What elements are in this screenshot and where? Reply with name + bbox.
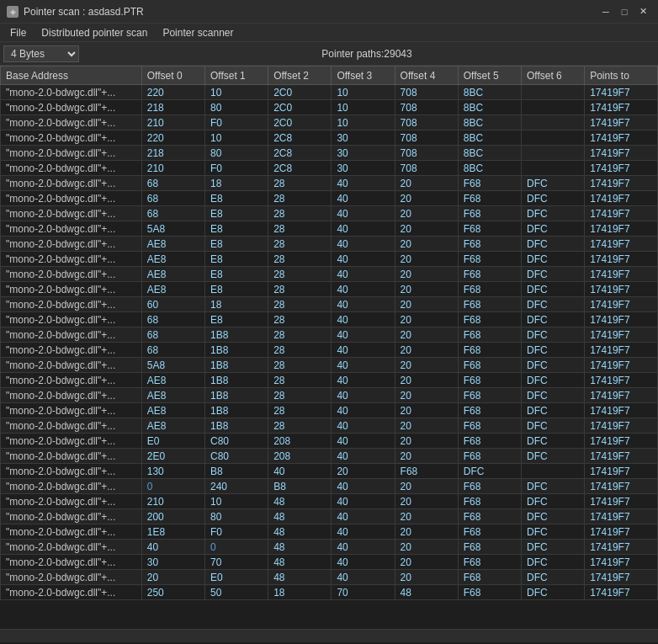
cell-r7-c6: F68 xyxy=(458,191,521,206)
table-row[interactable]: "mono-2.0-bdwgc.dll"+...68E8284020F68DFC… xyxy=(1,312,658,327)
table-row[interactable]: "mono-2.0-bdwgc.dll"+...AE81B8284020F68D… xyxy=(1,418,658,434)
table-row[interactable]: "mono-2.0-bdwgc.dll"+...20E0484020F68DFC… xyxy=(1,570,658,585)
table-row[interactable]: "mono-2.0-bdwgc.dll"+...6818284020F68DFC… xyxy=(1,176,658,191)
table-row[interactable]: "mono-2.0-bdwgc.dll"+...E0C802084020F68D… xyxy=(1,434,658,449)
table-row[interactable]: "mono-2.0-bdwgc.dll"+...218802C8307088BC… xyxy=(1,146,658,161)
column-header-offset-1[interactable]: Offset 1 xyxy=(204,67,268,85)
table-row[interactable]: "mono-2.0-bdwgc.dll"+...5A81B8284020F68D… xyxy=(1,358,658,373)
table-row[interactable]: "mono-2.0-bdwgc.dll"+...AE8E8284020F68DF… xyxy=(1,282,658,297)
table-row[interactable]: "mono-2.0-bdwgc.dll"+...AE81B8284020F68D… xyxy=(1,373,658,388)
close-button[interactable]: ✕ xyxy=(634,4,651,19)
table-row[interactable]: "mono-2.0-bdwgc.dll"+...25050187048F68DF… xyxy=(1,585,658,600)
cell-r17-c4: 40 xyxy=(332,343,395,358)
column-header-points-to[interactable]: Points to xyxy=(585,67,658,85)
cell-r3-c0: "mono-2.0-bdwgc.dll"+... xyxy=(1,130,142,146)
column-header-offset-4[interactable]: Offset 4 xyxy=(395,67,458,85)
table-row[interactable]: "mono-2.0-bdwgc.dll"+...220102C0107088BC… xyxy=(1,85,658,100)
menu-bar: File Distributed pointer scan Pointer sc… xyxy=(0,24,658,42)
cell-r7-c4: 40 xyxy=(332,191,395,206)
table-row[interactable]: "mono-2.0-bdwgc.dll"+...AE81B8284020F68D… xyxy=(1,388,658,403)
cell-r12-c1: AE8 xyxy=(141,267,204,282)
scrollbar-area[interactable] xyxy=(0,629,658,642)
table-row[interactable]: "mono-2.0-bdwgc.dll"+...681B8284020F68DF… xyxy=(1,327,658,343)
cell-r18-c6: F68 xyxy=(458,358,521,373)
table-row[interactable]: "mono-2.0-bdwgc.dll"+...68E8284020F68DFC… xyxy=(1,206,658,221)
table-row[interactable]: "mono-2.0-bdwgc.dll"+...68E8284020F68DFC… xyxy=(1,191,658,206)
cell-r12-c4: 40 xyxy=(332,267,395,282)
cell-r2-c6: 8BC xyxy=(458,115,521,130)
table-row[interactable]: "mono-2.0-bdwgc.dll"+...2E0C802084020F68… xyxy=(1,449,658,464)
table-row[interactable]: "mono-2.0-bdwgc.dll"+...130B84020F68DFC1… xyxy=(1,464,658,479)
cell-r31-c5: 20 xyxy=(395,555,458,570)
menu-distributed[interactable]: Distributed pointer scan xyxy=(34,25,154,40)
table-row[interactable]: "mono-2.0-bdwgc.dll"+...681B8284020F68DF… xyxy=(1,343,658,358)
cell-r27-c2: 10 xyxy=(204,494,268,509)
cell-r14-c5: 20 xyxy=(395,297,458,312)
cell-r31-c3: 48 xyxy=(268,555,332,570)
cell-r28-c5: 20 xyxy=(395,509,458,524)
table-row[interactable]: "mono-2.0-bdwgc.dll"+...AE81B8284020F68D… xyxy=(1,403,658,418)
size-dropdown[interactable]: 4 Bytes xyxy=(3,45,79,62)
cell-r1-c0: "mono-2.0-bdwgc.dll"+... xyxy=(1,100,142,115)
cell-r21-c0: "mono-2.0-bdwgc.dll"+... xyxy=(1,403,142,418)
cell-r16-c8: 17419F7 xyxy=(585,327,658,343)
menu-file[interactable]: File xyxy=(3,25,33,40)
column-header-base-address[interactable]: Base Address xyxy=(1,67,142,85)
cell-r29-c1: 1E8 xyxy=(141,524,204,540)
table-row[interactable]: "mono-2.0-bdwgc.dll"+...0240B84020F68DFC… xyxy=(1,479,658,494)
cell-r4-c6: 8BC xyxy=(458,146,521,161)
cell-r13-c4: 40 xyxy=(332,282,395,297)
table-row[interactable]: "mono-2.0-bdwgc.dll"+...21010484020F68DF… xyxy=(1,494,658,509)
table-row[interactable]: "mono-2.0-bdwgc.dll"+...AE8E8284020F68DF… xyxy=(1,252,658,267)
cell-r29-c5: 20 xyxy=(395,524,458,540)
menu-pointer-scanner[interactable]: Pointer scanner xyxy=(156,25,240,40)
cell-r2-c1: 210 xyxy=(141,115,204,130)
column-header-offset-2[interactable]: Offset 2 xyxy=(268,67,332,85)
cell-r30-c2: 0 xyxy=(204,540,268,555)
cell-r20-c3: 28 xyxy=(268,388,332,403)
table-row[interactable]: "mono-2.0-bdwgc.dll"+...6018284020F68DFC… xyxy=(1,297,658,312)
cell-r6-c6: F68 xyxy=(458,176,521,191)
table-row[interactable]: "mono-2.0-bdwgc.dll"+...210F02C0107088BC… xyxy=(1,115,658,130)
cell-r25-c3: 40 xyxy=(268,464,332,479)
table-row[interactable]: "mono-2.0-bdwgc.dll"+...218802C0107088BC… xyxy=(1,100,658,115)
cell-r7-c5: 20 xyxy=(395,191,458,206)
table-row[interactable]: "mono-2.0-bdwgc.dll"+...210F02C8307088BC… xyxy=(1,161,658,176)
table-row[interactable]: "mono-2.0-bdwgc.dll"+...3070484020F68DFC… xyxy=(1,555,658,570)
cell-r33-c5: 48 xyxy=(395,585,458,600)
table-row[interactable]: "mono-2.0-bdwgc.dll"+...5A8E8284020F68DF… xyxy=(1,221,658,237)
cell-r26-c3: B8 xyxy=(268,479,332,494)
table-row[interactable]: "mono-2.0-bdwgc.dll"+...AE8E8284020F68DF… xyxy=(1,267,658,282)
cell-r19-c5: 20 xyxy=(395,373,458,388)
column-header-offset-0[interactable]: Offset 0 xyxy=(141,67,204,85)
maximize-button[interactable]: □ xyxy=(616,4,633,19)
column-header-offset-6[interactable]: Offset 6 xyxy=(521,67,584,85)
table-row[interactable]: "mono-2.0-bdwgc.dll"+...400484020F68DFC1… xyxy=(1,540,658,555)
table-row[interactable]: "mono-2.0-bdwgc.dll"+...20080484020F68DF… xyxy=(1,509,658,524)
cell-r4-c8: 17419F7 xyxy=(585,146,658,161)
cell-r7-c7: DFC xyxy=(521,191,584,206)
cell-r23-c0: "mono-2.0-bdwgc.dll"+... xyxy=(1,434,142,449)
cell-r25-c7 xyxy=(521,464,584,479)
cell-r10-c0: "mono-2.0-bdwgc.dll"+... xyxy=(1,237,142,252)
table-row[interactable]: "mono-2.0-bdwgc.dll"+...220102C8307088BC… xyxy=(1,130,658,146)
column-header-offset-3[interactable]: Offset 3 xyxy=(332,67,395,85)
column-header-offset-5[interactable]: Offset 5 xyxy=(458,67,521,85)
cell-r17-c3: 28 xyxy=(268,343,332,358)
cell-r0-c1: 220 xyxy=(141,85,204,100)
cell-r13-c3: 28 xyxy=(268,282,332,297)
table-container[interactable]: Base AddressOffset 0Offset 1Offset 2Offs… xyxy=(0,66,658,629)
cell-r2-c5: 708 xyxy=(395,115,458,130)
minimize-button[interactable]: ─ xyxy=(597,4,614,19)
cell-r2-c3: 2C0 xyxy=(268,115,332,130)
table-row[interactable]: "mono-2.0-bdwgc.dll"+...1E8F0484020F68DF… xyxy=(1,524,658,540)
cell-r6-c7: DFC xyxy=(521,176,584,191)
pointer-paths-label: Pointer paths:29043 xyxy=(79,48,655,60)
table-row[interactable]: "mono-2.0-bdwgc.dll"+...AE8E8284020F68DF… xyxy=(1,237,658,252)
cell-r22-c2: 1B8 xyxy=(204,418,268,434)
cell-r18-c3: 28 xyxy=(268,358,332,373)
cell-r4-c4: 30 xyxy=(332,146,395,161)
cell-r33-c0: "mono-2.0-bdwgc.dll"+... xyxy=(1,585,142,600)
cell-r11-c2: E8 xyxy=(204,252,268,267)
cell-r6-c0: "mono-2.0-bdwgc.dll"+... xyxy=(1,176,142,191)
